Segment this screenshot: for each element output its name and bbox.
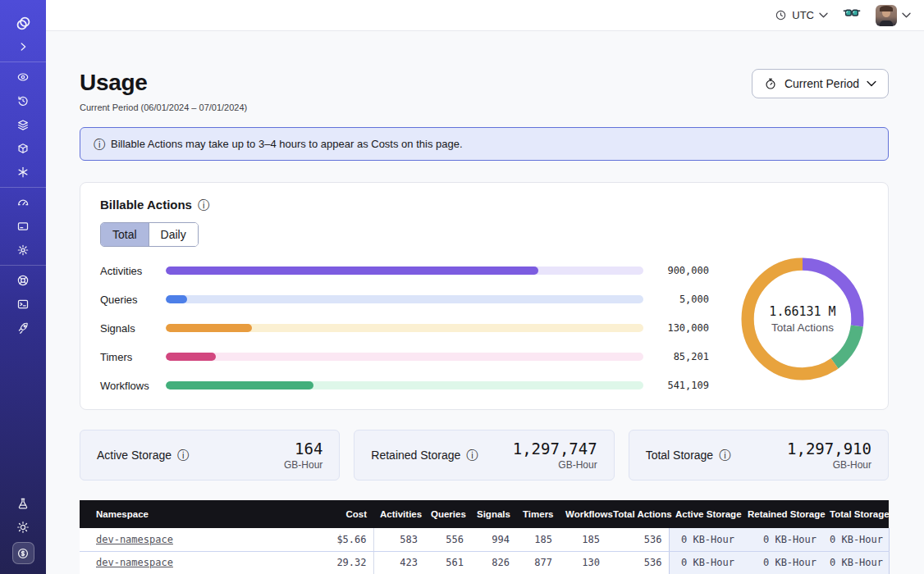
- storage-label: Retained Storage: [371, 449, 460, 462]
- info-banner-text: Billable Actions may take up to 3–4 hour…: [111, 138, 463, 150]
- sidebar-item-billing-card[interactable]: [12, 217, 34, 235]
- user-menu[interactable]: [876, 5, 911, 26]
- sidebar-item-terminal[interactable]: [12, 295, 34, 313]
- sidebar-item-schedules[interactable]: [12, 92, 34, 110]
- table-header-cell: Namespace: [80, 500, 285, 528]
- bar-row: Timers 85,201: [100, 353, 709, 361]
- cell-cost: $5.66: [285, 528, 373, 551]
- info-icon[interactable]: ⓘ: [198, 199, 209, 211]
- cell-workflows: 130: [559, 551, 606, 574]
- chevron-down-icon: [867, 80, 876, 87]
- billable-actions-bar-chart: Activities 900,000 Queries 5,000 Signals…: [100, 266, 709, 390]
- bar-fill: [166, 295, 187, 303]
- sidebar-item-usage-gauge[interactable]: [12, 194, 34, 212]
- info-icon[interactable]: ⓘ: [466, 449, 478, 461]
- billable-actions-title: Billable Actions: [100, 198, 192, 212]
- bar-value: 900,000: [655, 265, 709, 276]
- info-icon[interactable]: ⓘ: [177, 449, 189, 461]
- bar-row: Activities 900,000: [100, 266, 709, 275]
- billable-actions-card: Billable Actions ⓘ Total Daily Activitie…: [80, 182, 889, 410]
- info-banner: ⓘ Billable Actions may take up to 3–4 ho…: [80, 127, 889, 161]
- bar-row: Signals 130,000: [100, 324, 709, 332]
- table-header-cell: Queries: [424, 500, 470, 528]
- sidebar-item-support-lifebuoy[interactable]: [12, 271, 34, 289]
- bar-track: [166, 295, 643, 303]
- cell-total-storage: 0 KB-Hour: [823, 551, 889, 574]
- total-actions-donut-chart: 1.66131 M Total Actions: [737, 257, 868, 381]
- bar-track: [166, 353, 643, 361]
- storage-value: 164: [284, 440, 322, 458]
- sidebar-item-usage-billing[interactable]: [12, 542, 34, 564]
- storage-card-active: Active Storage ⓘ 164 GB-Hour: [80, 430, 340, 481]
- info-icon: ⓘ: [94, 139, 105, 150]
- namespace-link[interactable]: dev-namespace: [96, 557, 173, 568]
- donut-center-label: Total Actions: [771, 321, 834, 334]
- table-header-cell: Timers: [516, 500, 559, 528]
- cell-retained-storage: 0 KB-Hour: [741, 551, 823, 574]
- sidebar-item-namespaces[interactable]: [12, 68, 34, 86]
- bar-track: [166, 381, 643, 390]
- timezone-selector[interactable]: UTC: [775, 9, 828, 21]
- cell-signals: 994: [470, 528, 516, 551]
- bar-value: 541,109: [655, 380, 709, 391]
- tab-total[interactable]: Total: [101, 223, 149, 246]
- tab-daily[interactable]: Daily: [149, 223, 198, 246]
- sidebar-item-settings-gear[interactable]: [12, 241, 34, 259]
- bar-label: Workflows: [100, 380, 166, 392]
- table-header-cell: Retained Storage: [741, 500, 823, 528]
- donut-center-value: 1.66131 M: [769, 304, 835, 319]
- cell-cost: 29.32: [285, 551, 373, 574]
- namespace-usage-table: Namespace Cost Activities Queries Signal…: [80, 500, 889, 574]
- sidebar-item-getting-started-rocket[interactable]: [12, 319, 34, 337]
- storage-value: 1,297,910: [787, 440, 871, 458]
- bar-fill: [166, 324, 252, 332]
- period-button-label: Current Period: [784, 77, 859, 90]
- chevron-down-icon: [902, 12, 911, 18]
- temporal-logo-icon[interactable]: [12, 14, 34, 32]
- cell-workflows: 185: [559, 528, 606, 551]
- cell-retained-storage: 0 KB-Hour: [741, 528, 823, 551]
- cell-signals: 826: [470, 551, 516, 574]
- cell-total-storage: 0 KB-Hour: [823, 528, 889, 551]
- user-avatar[interactable]: [876, 5, 897, 26]
- bar-label: Queries: [100, 294, 166, 306]
- table-row: dev-namespace 29.32 423 561 826 877 130 …: [80, 551, 889, 574]
- period-selector-button[interactable]: Current Period: [752, 69, 889, 98]
- page-title: Usage: [80, 69, 247, 97]
- bar-value: 130,000: [655, 322, 709, 334]
- sidebar: [0, 0, 46, 574]
- storage-unit: GB-Hour: [284, 459, 322, 471]
- table-header-cell: Workflows: [559, 500, 606, 528]
- bar-label: Timers: [100, 351, 166, 363]
- storage-card-total: Total Storage ⓘ 1,297,910 GB-Hour: [629, 430, 889, 481]
- table-header-cell: Signals: [470, 500, 516, 528]
- info-icon[interactable]: ⓘ: [719, 449, 730, 461]
- sidebar-item-theme-sun[interactable]: [12, 518, 34, 536]
- namespace-link[interactable]: dev-namespace: [96, 534, 173, 545]
- cell-queries: 556: [424, 528, 470, 551]
- sidebar-item-labs-flask[interactable]: [12, 494, 34, 512]
- bar-track: [166, 266, 643, 275]
- page-subtitle: Current Period (06/01/2024 – 07/01/2024): [80, 102, 247, 112]
- bar-value: 5,000: [655, 294, 709, 305]
- table-header-cell: Activities: [373, 500, 424, 528]
- cell-queries: 561: [424, 551, 470, 574]
- sidebar-item-nexus[interactable]: [12, 163, 34, 181]
- sidebar-expand-chevron-icon[interactable]: [12, 38, 34, 56]
- table-row: dev-namespace $5.66 583 556 994 185 185 …: [80, 528, 889, 551]
- bar-fill: [166, 266, 538, 275]
- cell-total-actions: 536: [606, 528, 669, 551]
- storage-value: 1,297,747: [513, 440, 597, 458]
- storage-card-retained: Retained Storage ⓘ 1,297,747 GB-Hour: [354, 430, 614, 481]
- table-header-cell: Total Storage: [823, 500, 889, 528]
- sidebar-item-deployments[interactable]: [12, 139, 34, 157]
- table-header-row: Namespace Cost Activities Queries Signal…: [80, 500, 889, 528]
- table-header-cell: Active Storage: [669, 500, 741, 528]
- cell-total-actions: 536: [606, 551, 669, 574]
- feedback-glasses-icon[interactable]: [843, 8, 861, 23]
- bar-label: Activities: [100, 265, 166, 277]
- chevron-down-icon: [819, 12, 828, 18]
- cell-timers: 185: [516, 528, 559, 551]
- cell-timers: 877: [516, 551, 559, 574]
- sidebar-item-stacks[interactable]: [12, 116, 34, 134]
